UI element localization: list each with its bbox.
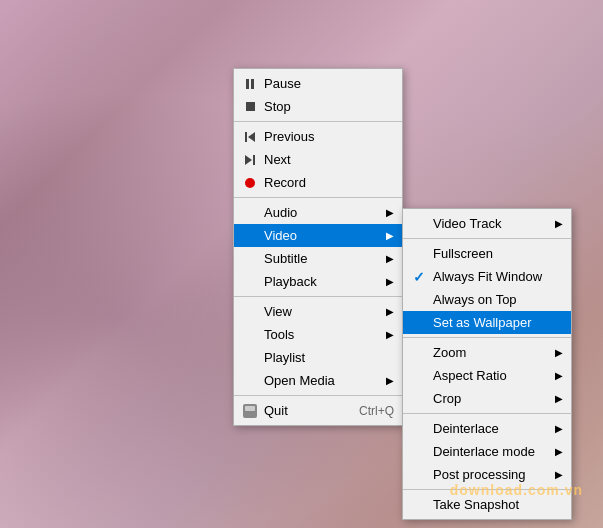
stop-icon bbox=[240, 102, 260, 111]
separator-1 bbox=[234, 121, 402, 122]
record-label: Record bbox=[264, 175, 306, 190]
video-track-arrow: ▶ bbox=[545, 218, 563, 229]
post-processing-label: Post processing bbox=[433, 467, 526, 482]
view-arrow: ▶ bbox=[376, 306, 394, 317]
take-snapshot-label: Take Snapshot bbox=[433, 497, 519, 512]
tools-label: Tools bbox=[264, 327, 294, 342]
always-on-top-item[interactable]: Always on Top bbox=[403, 288, 571, 311]
view-item[interactable]: View ▶ bbox=[234, 300, 402, 323]
playback-item[interactable]: Playback ▶ bbox=[234, 270, 402, 293]
vsep-2 bbox=[403, 337, 571, 338]
wallpaper-label: Set as Wallpaper bbox=[433, 315, 532, 330]
vsep-3 bbox=[403, 413, 571, 414]
always-on-top-label: Always on Top bbox=[433, 292, 517, 307]
separator-2 bbox=[234, 197, 402, 198]
next-item[interactable]: Next bbox=[234, 148, 402, 171]
playback-label: Playback bbox=[264, 274, 317, 289]
aspect-ratio-label: Aspect Ratio bbox=[433, 368, 507, 383]
wallpaper-item[interactable]: Set as Wallpaper bbox=[403, 311, 571, 334]
watermark-text: download.com.vn bbox=[450, 482, 583, 498]
vsep-1 bbox=[403, 238, 571, 239]
next-icon bbox=[240, 155, 260, 165]
next-label: Next bbox=[264, 152, 291, 167]
aspect-ratio-arrow: ▶ bbox=[545, 370, 563, 381]
video-track-label: Video Track bbox=[433, 216, 501, 231]
deinterlace-mode-label: Deinterlace mode bbox=[433, 444, 535, 459]
deinterlace-item[interactable]: Deinterlace ▶ bbox=[403, 417, 571, 440]
post-processing-arrow: ▶ bbox=[545, 469, 563, 480]
aspect-ratio-item[interactable]: Aspect Ratio ▶ bbox=[403, 364, 571, 387]
open-media-label: Open Media bbox=[264, 373, 335, 388]
crop-label: Crop bbox=[433, 391, 461, 406]
audio-label: Audio bbox=[264, 205, 297, 220]
record-item[interactable]: Record bbox=[234, 171, 402, 194]
check-icon: ✓ bbox=[409, 269, 429, 285]
pause-item[interactable]: Pause bbox=[234, 72, 402, 95]
quit-icon bbox=[240, 404, 260, 418]
playback-arrow: ▶ bbox=[376, 276, 394, 287]
previous-icon bbox=[240, 132, 260, 142]
video-label: Video bbox=[264, 228, 297, 243]
separator-3 bbox=[234, 296, 402, 297]
stop-item[interactable]: Stop bbox=[234, 95, 402, 118]
quit-shortcut: Ctrl+Q bbox=[339, 404, 394, 418]
always-fit-item[interactable]: ✓ Always Fit Window bbox=[403, 265, 571, 288]
subtitle-label: Subtitle bbox=[264, 251, 307, 266]
pause-label: Pause bbox=[264, 76, 301, 91]
record-icon bbox=[240, 178, 260, 188]
zoom-item[interactable]: Zoom ▶ bbox=[403, 341, 571, 364]
quit-label: Quit bbox=[264, 403, 288, 418]
fullscreen-item[interactable]: Fullscreen bbox=[403, 242, 571, 265]
watermark: download.com.vn bbox=[450, 482, 583, 498]
separator-4 bbox=[234, 395, 402, 396]
audio-arrow: ▶ bbox=[376, 207, 394, 218]
zoom-arrow: ▶ bbox=[545, 347, 563, 358]
subtitle-item[interactable]: Subtitle ▶ bbox=[234, 247, 402, 270]
subtitle-arrow: ▶ bbox=[376, 253, 394, 264]
deinterlace-label: Deinterlace bbox=[433, 421, 499, 436]
fullscreen-label: Fullscreen bbox=[433, 246, 493, 261]
open-media-arrow: ▶ bbox=[376, 375, 394, 386]
video-track-item[interactable]: Video Track ▶ bbox=[403, 212, 571, 235]
crop-arrow: ▶ bbox=[545, 393, 563, 404]
view-label: View bbox=[264, 304, 292, 319]
pause-icon bbox=[240, 79, 260, 89]
playlist-label: Playlist bbox=[264, 350, 305, 365]
previous-item[interactable]: Previous bbox=[234, 125, 402, 148]
video-submenu: Video Track ▶ Fullscreen ✓ Always Fit Wi… bbox=[402, 208, 572, 520]
audio-item[interactable]: Audio ▶ bbox=[234, 201, 402, 224]
crop-item[interactable]: Crop ▶ bbox=[403, 387, 571, 410]
video-arrow: ▶ bbox=[376, 230, 394, 241]
deinterlace-arrow: ▶ bbox=[545, 423, 563, 434]
tools-item[interactable]: Tools ▶ bbox=[234, 323, 402, 346]
video-item[interactable]: Video ▶ bbox=[234, 224, 402, 247]
previous-label: Previous bbox=[264, 129, 315, 144]
open-media-item[interactable]: Open Media ▶ bbox=[234, 369, 402, 392]
deinterlace-mode-arrow: ▶ bbox=[545, 446, 563, 457]
stop-label: Stop bbox=[264, 99, 291, 114]
deinterlace-mode-item[interactable]: Deinterlace mode ▶ bbox=[403, 440, 571, 463]
playlist-item[interactable]: Playlist bbox=[234, 346, 402, 369]
zoom-label: Zoom bbox=[433, 345, 466, 360]
tools-arrow: ▶ bbox=[376, 329, 394, 340]
quit-item[interactable]: Quit Ctrl+Q bbox=[234, 399, 402, 422]
main-context-menu: Pause Stop Previous Next Record Audio ▶ … bbox=[233, 68, 403, 426]
always-fit-label: Always Fit Window bbox=[433, 269, 542, 284]
